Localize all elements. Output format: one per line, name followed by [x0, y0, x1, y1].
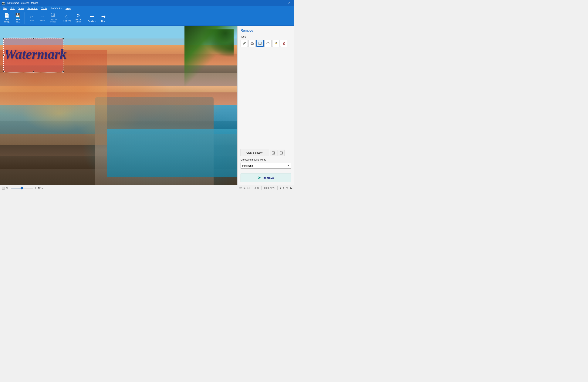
save-as-button[interactable]: 💾 Save as... — [13, 12, 23, 25]
file-format: JPG — [254, 187, 259, 190]
svg-point-2 — [267, 42, 269, 44]
batch-mode-button[interactable]: ⚙ Batch Mode — [73, 12, 83, 25]
pine-needles — [192, 29, 233, 67]
status-bar-right: Time (s): 0.1 JPG 1920×1279 ℹ f 𝕏 ▶ — [237, 186, 293, 190]
menu-view[interactable]: View — [16, 7, 25, 10]
svg-line-6 — [275, 42, 275, 43]
next-label: Next — [101, 20, 105, 22]
photo-container: Watermark — [0, 26, 237, 185]
remove-arrow-icon: ➤ — [258, 175, 261, 180]
menu-help[interactable]: Help — [64, 7, 72, 10]
main-area: Watermark Remove Tools — [0, 26, 294, 185]
menu-bar: File Edit View Selection Tools SoftOrbit… — [0, 6, 294, 11]
batch-mode-label: Batch Mode — [76, 18, 81, 23]
zoom-minus-button[interactable]: − — [8, 186, 10, 190]
panel-tools-label: Tools — [241, 35, 291, 38]
load-selection-button[interactable] — [278, 150, 285, 156]
original-image-icon: 🖼 — [51, 13, 55, 18]
minimize-button[interactable]: − — [274, 1, 280, 5]
batch-mode-icon: ⚙ — [76, 13, 80, 18]
handle-bottom-mid[interactable] — [33, 71, 34, 73]
tool-pencil[interactable] — [241, 40, 248, 47]
youtube-icon[interactable]: ▶ — [290, 187, 293, 190]
title-bar: 📷 Photo Stamp Remover - italy.jpg − □ ✕ — [0, 0, 294, 6]
status-divider-1 — [252, 186, 252, 190]
undo-button[interactable]: ↩ Undo — [26, 12, 37, 25]
tool-lasso[interactable] — [264, 40, 272, 47]
menu-edit[interactable]: Edit — [8, 7, 16, 10]
handle-top-left[interactable] — [3, 38, 4, 39]
remove-label: Remove — [63, 20, 71, 22]
add-file-button[interactable]: 📄 Add File(s)... — [1, 12, 12, 25]
redo-label: Redo — [40, 19, 45, 21]
tool-stamp[interactable] — [280, 40, 287, 47]
facebook-icon[interactable]: f — [283, 187, 284, 190]
redo-icon: ↪ — [41, 15, 44, 19]
remove-action-label: Remove — [263, 176, 274, 179]
svg-point-8 — [275, 43, 276, 44]
original-image-label: Original Image — [50, 18, 57, 23]
handle-mid-right[interactable] — [62, 54, 64, 56]
save-selection-button[interactable] — [270, 150, 277, 156]
zoom-slider[interactable] — [11, 188, 34, 189]
add-file-icon: 📄 — [4, 13, 9, 18]
title-bar-left: 📷 Photo Stamp Remover - italy.jpg — [1, 1, 38, 4]
handle-top-mid[interactable] — [33, 38, 34, 39]
harbor-water — [107, 129, 237, 177]
svg-rect-1 — [259, 42, 261, 44]
panel-title: Remove — [241, 29, 291, 33]
zoom-fit-icon[interactable]: ⊡ — [5, 187, 8, 190]
maximize-button[interactable]: □ — [280, 1, 286, 5]
status-bar: ⬜ ⊡ − + 48% Time (s): 0.1 JPG 1920×1279 … — [0, 185, 294, 191]
tool-magic-wand[interactable] — [272, 40, 279, 47]
close-button[interactable]: ✕ — [286, 1, 293, 5]
svg-line-7 — [276, 42, 277, 43]
app-icon: 📷 — [1, 1, 5, 4]
clear-selection-button[interactable]: Clear Selection — [241, 149, 269, 156]
menu-tools[interactable]: Tools — [40, 7, 49, 10]
status-divider-3 — [277, 186, 278, 190]
next-button[interactable]: ➡ Next — [98, 12, 108, 25]
original-image-button[interactable]: 🖼 Original Image — [48, 12, 58, 25]
tool-eraser[interactable] — [249, 40, 256, 47]
selection-mode-icon[interactable]: ⬜ — [1, 187, 5, 190]
remove-button[interactable]: ◇ Remove — [62, 12, 72, 25]
toolbar-sep-3 — [85, 12, 85, 24]
time-label: Time (s): 0.1 — [237, 187, 250, 190]
status-bar-left: ⬜ ⊡ − + 48% — [1, 186, 236, 190]
info-icon[interactable]: ℹ — [280, 187, 281, 190]
handle-bottom-right[interactable] — [62, 71, 64, 73]
image-dimensions: 1920×1279 — [264, 187, 275, 190]
save-as-label: Save as... — [16, 18, 20, 23]
menu-file[interactable]: File — [1, 7, 8, 10]
tools-row — [241, 40, 291, 47]
remove-action-button[interactable]: ➤ Remove — [241, 173, 291, 182]
title-bar-controls: − □ ✕ — [274, 1, 293, 5]
previous-icon: ⬅ — [90, 14, 94, 19]
twitter-icon[interactable]: 𝕏 — [286, 187, 288, 190]
remove-icon: ◇ — [65, 14, 68, 19]
canvas-area[interactable]: Watermark — [0, 26, 237, 185]
selection-box[interactable] — [3, 38, 63, 72]
svg-rect-10 — [283, 44, 285, 44]
svg-rect-0 — [251, 43, 253, 44]
previous-label: Previous — [88, 20, 96, 22]
status-divider-2 — [261, 186, 262, 190]
handle-bottom-left[interactable] — [3, 71, 4, 73]
redo-button[interactable]: ↪ Redo — [37, 12, 47, 25]
handle-mid-left[interactable] — [3, 54, 4, 56]
menu-softorbits[interactable]: SoftOrbits — [49, 7, 64, 10]
right-panel: Remove Tools — [237, 26, 294, 185]
undo-label: Undo — [29, 19, 34, 21]
undo-icon: ↩ — [30, 15, 33, 19]
zoom-plus-button[interactable]: + — [34, 186, 36, 190]
title-bar-text: Photo Stamp Remover - italy.jpg — [6, 2, 38, 4]
mode-select[interactable]: Inpainting Copy Blur — [241, 163, 291, 169]
tool-rect-select[interactable] — [256, 40, 264, 47]
previous-button[interactable]: ⬅ Previous — [86, 12, 98, 25]
panel-spacer-top — [241, 51, 291, 149]
handle-top-right[interactable] — [62, 38, 64, 39]
menu-selection[interactable]: Selection — [25, 7, 39, 10]
save-as-icon: 💾 — [15, 13, 21, 18]
toolbar: 📄 Add File(s)... 💾 Save as... ↩ Undo ↪ R… — [0, 11, 294, 26]
